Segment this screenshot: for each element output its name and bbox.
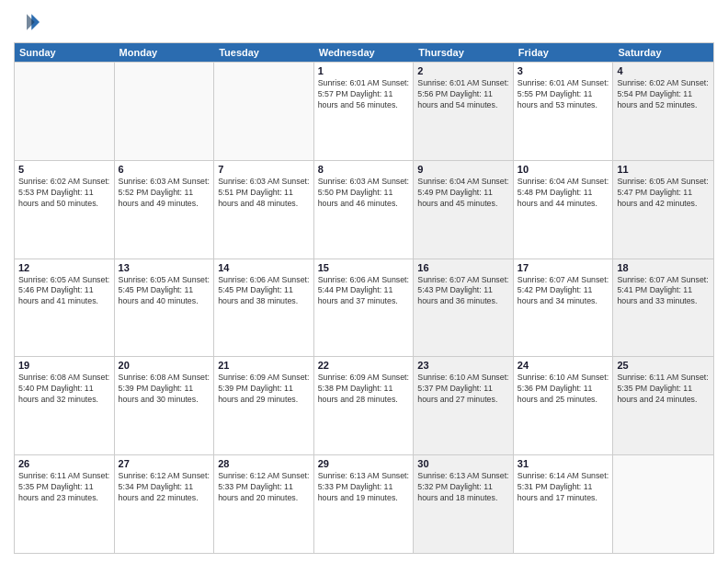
day-number: 23 xyxy=(417,360,509,371)
weekday-header: Tuesday xyxy=(214,43,314,62)
calendar-cell: 28Sunrise: 6:12 AM Sunset: 5:33 PM Dayli… xyxy=(214,455,314,553)
cell-info: Sunrise: 6:10 AM Sunset: 5:36 PM Dayligh… xyxy=(518,373,609,406)
calendar-cell: 30Sunrise: 6:13 AM Sunset: 5:32 PM Dayli… xyxy=(414,455,514,553)
cell-info: Sunrise: 6:10 AM Sunset: 5:37 PM Dayligh… xyxy=(417,373,509,406)
calendar: SundayMondayTuesdayWednesdayThursdayFrid… xyxy=(14,42,714,554)
cell-info: Sunrise: 6:05 AM Sunset: 5:47 PM Dayligh… xyxy=(617,177,710,210)
day-number: 24 xyxy=(518,360,609,371)
cell-info: Sunrise: 6:12 AM Sunset: 5:33 PM Dayligh… xyxy=(218,471,310,504)
day-number: 4 xyxy=(617,65,710,76)
calendar-body: 1Sunrise: 6:01 AM Sunset: 5:57 PM Daylig… xyxy=(15,62,713,553)
calendar-cell: 27Sunrise: 6:12 AM Sunset: 5:34 PM Dayli… xyxy=(115,455,215,553)
calendar-cell: 13Sunrise: 6:05 AM Sunset: 5:45 PM Dayli… xyxy=(115,259,215,357)
cell-info: Sunrise: 6:12 AM Sunset: 5:34 PM Dayligh… xyxy=(119,471,210,504)
calendar-cell: 9Sunrise: 6:04 AM Sunset: 5:49 PM Daylig… xyxy=(414,161,514,259)
weekday-header: Saturday xyxy=(613,43,713,62)
calendar-row: 1Sunrise: 6:01 AM Sunset: 5:57 PM Daylig… xyxy=(15,62,713,160)
cell-info: Sunrise: 6:03 AM Sunset: 5:52 PM Dayligh… xyxy=(119,177,210,210)
calendar-cell: 8Sunrise: 6:03 AM Sunset: 5:50 PM Daylig… xyxy=(314,161,415,259)
cell-info: Sunrise: 6:02 AM Sunset: 5:54 PM Dayligh… xyxy=(617,78,710,111)
calendar-cell: 18Sunrise: 6:07 AM Sunset: 5:41 PM Dayli… xyxy=(613,259,713,357)
calendar-header: SundayMondayTuesdayWednesdayThursdayFrid… xyxy=(15,43,713,62)
day-number: 2 xyxy=(417,65,509,76)
cell-info: Sunrise: 6:01 AM Sunset: 5:56 PM Dayligh… xyxy=(417,78,509,111)
day-number: 22 xyxy=(318,360,410,371)
cell-info: Sunrise: 6:06 AM Sunset: 5:45 PM Dayligh… xyxy=(218,275,310,308)
logo-icon xyxy=(14,9,40,35)
weekday-header: Friday xyxy=(514,43,614,62)
cell-info: Sunrise: 6:09 AM Sunset: 5:38 PM Dayligh… xyxy=(318,373,410,406)
day-number: 5 xyxy=(18,164,110,175)
weekday-header: Wednesday xyxy=(314,43,415,62)
calendar-row: 26Sunrise: 6:11 AM Sunset: 5:35 PM Dayli… xyxy=(15,454,713,553)
calendar-cell: 17Sunrise: 6:07 AM Sunset: 5:42 PM Dayli… xyxy=(514,259,614,357)
header xyxy=(14,9,714,35)
day-number: 8 xyxy=(318,164,410,175)
calendar-cell: 25Sunrise: 6:11 AM Sunset: 5:35 PM Dayli… xyxy=(613,357,713,454)
calendar-cell: 3Sunrise: 6:01 AM Sunset: 5:55 PM Daylig… xyxy=(514,63,614,160)
cell-info: Sunrise: 6:09 AM Sunset: 5:39 PM Dayligh… xyxy=(218,373,310,406)
calendar-row: 5Sunrise: 6:02 AM Sunset: 5:53 PM Daylig… xyxy=(15,160,713,259)
cell-info: Sunrise: 6:08 AM Sunset: 5:40 PM Dayligh… xyxy=(18,373,110,406)
day-number: 11 xyxy=(617,164,710,175)
weekday-header: Thursday xyxy=(414,43,514,62)
cell-info: Sunrise: 6:01 AM Sunset: 5:57 PM Dayligh… xyxy=(318,78,410,111)
calendar-cell: 19Sunrise: 6:08 AM Sunset: 5:40 PM Dayli… xyxy=(15,357,115,454)
calendar-cell: 11Sunrise: 6:05 AM Sunset: 5:47 PM Dayli… xyxy=(613,161,713,259)
day-number: 16 xyxy=(417,262,509,273)
day-number: 21 xyxy=(218,360,310,371)
weekday-header: Sunday xyxy=(15,43,115,62)
cell-info: Sunrise: 6:01 AM Sunset: 5:55 PM Dayligh… xyxy=(518,78,609,111)
cell-info: Sunrise: 6:08 AM Sunset: 5:39 PM Dayligh… xyxy=(119,373,210,406)
day-number: 12 xyxy=(18,262,110,273)
cell-info: Sunrise: 6:13 AM Sunset: 5:32 PM Dayligh… xyxy=(417,471,509,504)
day-number: 17 xyxy=(518,262,609,273)
calendar-cell: 29Sunrise: 6:13 AM Sunset: 5:33 PM Dayli… xyxy=(314,455,415,553)
day-number: 1 xyxy=(318,65,410,76)
calendar-cell: 24Sunrise: 6:10 AM Sunset: 5:36 PM Dayli… xyxy=(514,357,614,454)
day-number: 15 xyxy=(318,262,410,273)
cell-info: Sunrise: 6:03 AM Sunset: 5:51 PM Dayligh… xyxy=(218,177,310,210)
day-number: 6 xyxy=(119,164,210,175)
day-number: 10 xyxy=(518,164,609,175)
calendar-cell: 7Sunrise: 6:03 AM Sunset: 5:51 PM Daylig… xyxy=(214,161,314,259)
calendar-cell: 6Sunrise: 6:03 AM Sunset: 5:52 PM Daylig… xyxy=(115,161,215,259)
cell-info: Sunrise: 6:13 AM Sunset: 5:33 PM Dayligh… xyxy=(318,471,410,504)
calendar-cell: 31Sunrise: 6:14 AM Sunset: 5:31 PM Dayli… xyxy=(514,455,614,553)
calendar-cell xyxy=(115,63,215,160)
day-number: 19 xyxy=(18,360,110,371)
day-number: 28 xyxy=(218,458,310,469)
cell-info: Sunrise: 6:02 AM Sunset: 5:53 PM Dayligh… xyxy=(18,177,110,210)
cell-info: Sunrise: 6:11 AM Sunset: 5:35 PM Dayligh… xyxy=(617,373,710,406)
calendar-cell: 10Sunrise: 6:04 AM Sunset: 5:48 PM Dayli… xyxy=(514,161,614,259)
day-number: 14 xyxy=(218,262,310,273)
day-number: 27 xyxy=(119,458,210,469)
cell-info: Sunrise: 6:06 AM Sunset: 5:44 PM Dayligh… xyxy=(318,275,410,308)
calendar-cell: 21Sunrise: 6:09 AM Sunset: 5:39 PM Dayli… xyxy=(214,357,314,454)
calendar-row: 19Sunrise: 6:08 AM Sunset: 5:40 PM Dayli… xyxy=(15,356,713,454)
cell-info: Sunrise: 6:04 AM Sunset: 5:48 PM Dayligh… xyxy=(518,177,609,210)
logo xyxy=(14,9,43,35)
weekday-header: Monday xyxy=(115,43,215,62)
calendar-cell: 5Sunrise: 6:02 AM Sunset: 5:53 PM Daylig… xyxy=(15,161,115,259)
calendar-cell xyxy=(613,455,713,553)
calendar-cell: 12Sunrise: 6:05 AM Sunset: 5:46 PM Dayli… xyxy=(15,259,115,357)
day-number: 20 xyxy=(119,360,210,371)
cell-info: Sunrise: 6:07 AM Sunset: 5:41 PM Dayligh… xyxy=(617,275,710,308)
day-number: 31 xyxy=(518,458,609,469)
cell-info: Sunrise: 6:07 AM Sunset: 5:43 PM Dayligh… xyxy=(417,275,509,308)
calendar-row: 12Sunrise: 6:05 AM Sunset: 5:46 PM Dayli… xyxy=(15,259,713,357)
day-number: 7 xyxy=(218,164,310,175)
day-number: 9 xyxy=(417,164,509,175)
calendar-cell: 23Sunrise: 6:10 AM Sunset: 5:37 PM Dayli… xyxy=(414,357,514,454)
cell-info: Sunrise: 6:03 AM Sunset: 5:50 PM Dayligh… xyxy=(318,177,410,210)
calendar-cell: 15Sunrise: 6:06 AM Sunset: 5:44 PM Dayli… xyxy=(314,259,415,357)
cell-info: Sunrise: 6:05 AM Sunset: 5:45 PM Dayligh… xyxy=(119,275,210,308)
calendar-cell: 20Sunrise: 6:08 AM Sunset: 5:39 PM Dayli… xyxy=(115,357,215,454)
calendar-cell: 2Sunrise: 6:01 AM Sunset: 5:56 PM Daylig… xyxy=(414,63,514,160)
calendar-cell: 14Sunrise: 6:06 AM Sunset: 5:45 PM Dayli… xyxy=(214,259,314,357)
cell-info: Sunrise: 6:11 AM Sunset: 5:35 PM Dayligh… xyxy=(18,471,110,504)
calendar-cell: 22Sunrise: 6:09 AM Sunset: 5:38 PM Dayli… xyxy=(314,357,415,454)
calendar-cell: 16Sunrise: 6:07 AM Sunset: 5:43 PM Dayli… xyxy=(414,259,514,357)
day-number: 29 xyxy=(318,458,410,469)
